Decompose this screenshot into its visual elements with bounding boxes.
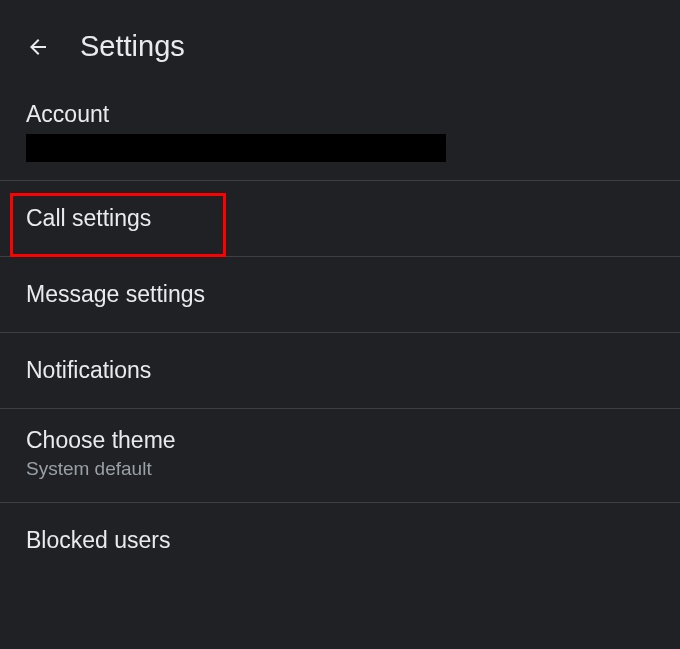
settings-item-label: Message settings <box>26 281 654 308</box>
settings-item-notifications[interactable]: Notifications <box>0 332 680 408</box>
settings-item-blocked-users[interactable]: Blocked users <box>0 502 680 578</box>
settings-item-label: Notifications <box>26 357 654 384</box>
account-section[interactable]: Account <box>0 83 680 180</box>
settings-item-label: Blocked users <box>26 527 654 554</box>
settings-item-message[interactable]: Message settings <box>0 256 680 332</box>
settings-item-label: Choose theme <box>26 427 654 454</box>
back-button[interactable] <box>26 35 50 59</box>
back-arrow-icon <box>26 34 50 60</box>
settings-item-label: Call settings <box>26 205 654 232</box>
account-label: Account <box>26 101 654 128</box>
header: Settings <box>0 0 680 83</box>
settings-item-theme[interactable]: Choose theme System default <box>0 408 680 502</box>
page-title: Settings <box>80 30 185 63</box>
settings-item-call[interactable]: Call settings <box>0 180 680 256</box>
settings-item-sublabel: System default <box>26 458 654 480</box>
account-value-redacted <box>26 134 446 162</box>
